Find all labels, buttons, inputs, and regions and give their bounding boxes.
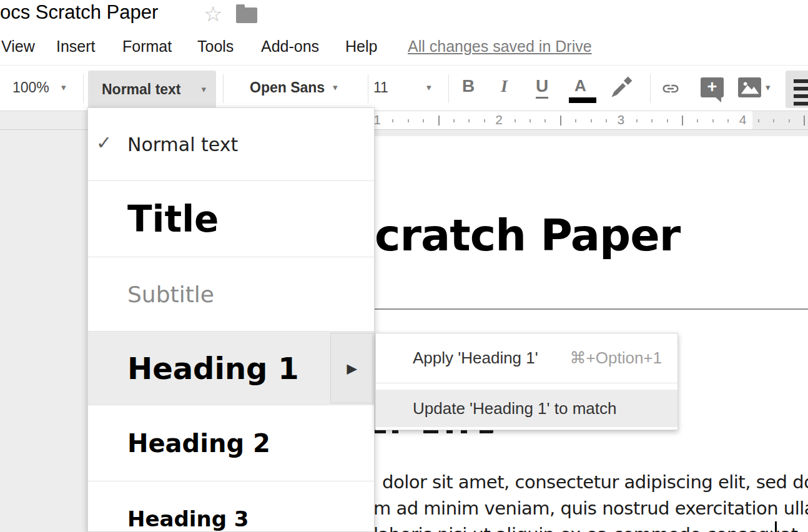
zoom-select[interactable]: 100% (12, 79, 49, 96)
body-text-line[interactable]: laboris nisi ut aliquip ex ea commodo co… (373, 524, 808, 532)
ruler-tick (697, 119, 698, 122)
insert-link-icon[interactable] (657, 79, 684, 98)
separator (650, 74, 651, 103)
insert-comment-icon[interactable]: + (701, 77, 724, 97)
styles-menu-label: Heading 1 (127, 351, 299, 386)
menu-format[interactable]: Format (122, 37, 172, 56)
text-color-button[interactable]: A (574, 76, 586, 96)
styles-menu-item-title[interactable]: Title (88, 181, 374, 257)
ruler-number: 4 (739, 112, 747, 127)
ruler-tick (438, 116, 440, 126)
styles-dropdown-menu: ✓ Normal text Title Subtitle Heading 1 ▶… (87, 107, 375, 532)
ruler-tick (712, 119, 714, 122)
heading-1-submenu: Apply 'Heading 1' ⌘+Option+1 Update 'Hea… (375, 333, 678, 430)
document-name-field[interactable]: ocs Scratch Paper (0, 1, 158, 24)
chevron-down-icon[interactable]: ▾ (766, 82, 771, 93)
ruler-tick (392, 119, 393, 122)
star-icon[interactable]: ☆ (204, 0, 222, 27)
styles-menu-label: Heading 3 (127, 506, 249, 531)
check-icon: ✓ (96, 132, 112, 154)
paint-format-icon[interactable] (609, 76, 633, 99)
google-docs-app: ocs Scratch Paper ☆ View Insert Format T… (0, 0, 808, 532)
ruler-tick (651, 119, 653, 122)
body-text-line[interactable]: m ad minim veniam, quis nostrud exercita… (373, 498, 808, 519)
save-status-link[interactable]: All changes saved in Drive (408, 37, 592, 56)
apply-heading-1-item[interactable]: Apply 'Heading 1' ⌘+Option+1 (376, 333, 677, 382)
ruler-tick (560, 116, 561, 126)
insert-image-icon[interactable] (738, 77, 761, 97)
update-heading-1-item[interactable]: Update 'Heading 1' to match (376, 390, 677, 427)
ruler-tick (789, 119, 790, 122)
ruler-tick (530, 119, 531, 122)
styles-select[interactable]: Normal text ▾ (88, 71, 216, 108)
menu-tools[interactable]: Tools (197, 37, 234, 56)
menu-insert[interactable]: Insert (56, 37, 96, 56)
styles-menu-label: Normal text (127, 134, 238, 155)
align-left-button[interactable] (786, 71, 808, 108)
menu-help[interactable]: Help (345, 37, 377, 56)
ruler-tick (636, 119, 638, 122)
separator (376, 383, 677, 383)
heading-1-submenu-button[interactable]: ▶ (330, 333, 373, 403)
toolbar: 100% ▾ Normal text ▾ Open Sans ▾ 11 ▾ B … (0, 65, 808, 111)
submenu-arrow-icon: ▶ (347, 361, 357, 376)
ruler-tick (423, 119, 424, 122)
folder-icon[interactable] (236, 7, 257, 23)
styles-menu-label: Subtitle (127, 282, 214, 307)
ruler-tick (591, 119, 592, 122)
menu-bar: View Insert Format Tools Add-ons Help Al… (0, 32, 808, 65)
chevron-down-icon: ▾ (333, 82, 338, 93)
chevron-down-icon: ▾ (61, 82, 66, 93)
body-text-line[interactable]: dolor sit amet, consectetur adipiscing e… (382, 471, 808, 493)
ruler-tick (544, 119, 546, 122)
mountain-glyph (738, 77, 761, 97)
separator (83, 74, 84, 103)
text-color-swatch (569, 97, 596, 103)
italic-button[interactable]: I (501, 76, 508, 96)
text-cursor (775, 521, 777, 532)
ruler-tick (468, 119, 470, 122)
ruler-tick (804, 116, 805, 126)
chevron-down-icon: ▾ (426, 82, 431, 93)
plus-glyph: + (707, 77, 717, 96)
ruler-tick (484, 119, 485, 122)
separator (448, 74, 449, 103)
menu-addons[interactable]: Add-ons (261, 37, 319, 56)
menu-view[interactable]: View (1, 37, 35, 56)
ruler-tick (606, 119, 607, 122)
styles-menu-item-heading-2[interactable]: Heading 2 (88, 405, 374, 481)
styles-menu-label: Heading 2 (127, 429, 270, 458)
ruler-tick (408, 119, 409, 122)
apply-heading-1-label: Apply 'Heading 1' (413, 348, 538, 368)
styles-menu-label: Title (127, 198, 219, 240)
ruler-tick (682, 116, 683, 126)
styles-menu-item-subtitle[interactable]: Subtitle (88, 257, 374, 331)
ruler-number: 3 (618, 112, 625, 127)
ruler-tick (515, 119, 516, 122)
separator (368, 74, 368, 103)
title-bar: ocs Scratch Paper ☆ (0, 0, 808, 32)
ruler-tick (575, 119, 576, 122)
ruler-number: 2 (495, 112, 503, 127)
ruler-tick (758, 119, 759, 122)
document-title-text[interactable]: cratch Paper (375, 210, 680, 261)
update-heading-1-label: Update 'Heading 1' to match (413, 399, 616, 418)
ruler-tick (453, 119, 455, 122)
ruler-tick (773, 119, 774, 122)
align-left-icon (794, 79, 808, 106)
separator (223, 74, 224, 103)
styles-menu-item-heading-1[interactable]: Heading 1 ▶ (88, 332, 374, 405)
ruler-tick (667, 119, 668, 122)
underline-button[interactable]: U (536, 76, 548, 99)
styles-menu-item-heading-3[interactable]: Heading 3 (88, 481, 374, 532)
styles-select-value: Normal text (102, 81, 181, 98)
ruler-tick (727, 119, 729, 122)
keyboard-shortcut: ⌘+Option+1 (570, 348, 662, 368)
font-size-select[interactable]: 11 (373, 79, 388, 96)
chevron-down-icon: ▾ (201, 84, 206, 95)
bold-button[interactable]: B (462, 76, 475, 96)
styles-menu-item-normal-text[interactable]: ✓ Normal text (88, 108, 374, 180)
font-select[interactable]: Open Sans (250, 79, 325, 96)
